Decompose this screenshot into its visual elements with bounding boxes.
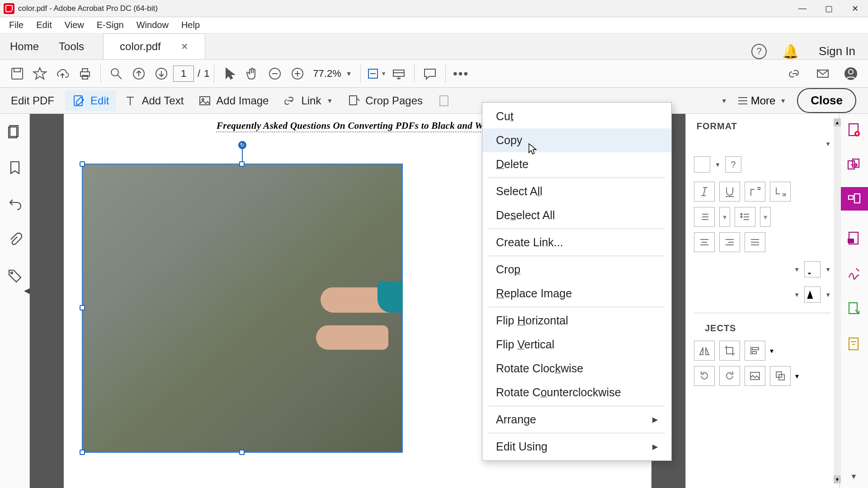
menu-file[interactable]: File — [3, 17, 30, 33]
edit-pdf-rail-icon[interactable] — [840, 187, 868, 211]
undo-icon[interactable] — [7, 196, 23, 211]
align-center-icon[interactable] — [694, 232, 715, 252]
rotate-handle[interactable]: ↻ — [238, 141, 246, 149]
fit-width-icon[interactable]: ▼ — [365, 65, 387, 82]
scrollbar[interactable]: ▲▼ — [834, 118, 841, 483]
flip-h-icon[interactable] — [694, 341, 715, 361]
read-mode-icon[interactable] — [388, 65, 410, 82]
zoom-in-icon[interactable] — [287, 65, 308, 82]
maximize-button[interactable]: ▢ — [816, 0, 842, 17]
menu-window[interactable]: Window — [130, 17, 175, 33]
ctx-rotate-ccw[interactable]: Rotate Counterclockwise — [482, 380, 671, 404]
link-button[interactable]: Link ▼ — [276, 90, 340, 111]
ctx-flip-horizontal[interactable]: Flip Horizontal — [482, 309, 671, 333]
header-footer-button[interactable] — [430, 90, 458, 111]
ctx-rotate-cw[interactable]: Rotate Clockwise — [482, 357, 671, 380]
menu-help[interactable]: Help — [175, 17, 206, 33]
select-tool-icon[interactable] — [219, 65, 241, 82]
edit-button[interactable]: Edit — [65, 90, 116, 111]
crop-object-icon[interactable] — [719, 341, 740, 361]
ctx-delete[interactable]: Delete — [482, 152, 671, 176]
rotate-cw-icon[interactable] — [719, 366, 740, 386]
create-pdf-icon[interactable] — [846, 122, 862, 137]
more-button[interactable]: More ▼ — [738, 94, 787, 107]
ctx-arrange[interactable]: Arrange▶ — [482, 408, 671, 432]
compress-icon[interactable] — [846, 336, 862, 352]
hand-tool-icon[interactable] — [241, 65, 263, 82]
italic-icon[interactable] — [694, 182, 715, 202]
font-size-input[interactable] — [694, 156, 710, 173]
ctx-copy[interactable]: Copy — [482, 128, 671, 152]
ctx-deselect-all[interactable]: Deselect All — [482, 203, 671, 227]
resize-handle[interactable] — [80, 161, 85, 167]
sign-in-button[interactable]: Sign In — [819, 44, 855, 58]
menu-esign[interactable]: E-Sign — [90, 17, 130, 33]
comment-icon[interactable] — [419, 65, 441, 82]
print-icon[interactable] — [74, 65, 96, 82]
add-text-button[interactable]: Add Text — [116, 90, 191, 111]
next-page-icon[interactable] — [151, 65, 172, 82]
rotate-ccw-icon[interactable] — [694, 366, 715, 386]
profile-icon[interactable] — [840, 65, 862, 82]
ctx-replace-image[interactable]: Replace Image — [482, 282, 671, 305]
underline-icon[interactable] — [719, 182, 740, 202]
replace-image-icon[interactable] — [745, 366, 765, 386]
cloud-upload-icon[interactable] — [52, 65, 73, 82]
attachments-icon[interactable] — [7, 232, 23, 248]
chevron-down-icon[interactable]: ▼ — [721, 97, 727, 104]
sign-icon[interactable] — [846, 266, 862, 281]
chevron-down-icon[interactable]: ▾ — [760, 207, 771, 227]
thumbnails-icon[interactable] — [7, 124, 23, 139]
combine-files-icon[interactable] — [846, 157, 862, 173]
line-spacing-icon[interactable] — [804, 261, 821, 277]
tab-file[interactable]: color.pdf ✕ — [103, 33, 205, 59]
resize-handle[interactable] — [80, 450, 85, 455]
export-pdf-icon[interactable] — [846, 230, 862, 246]
close-button[interactable]: Close — [797, 88, 856, 113]
help-format-icon[interactable]: ? — [725, 156, 741, 173]
align-right-icon[interactable] — [719, 232, 740, 252]
add-image-button[interactable]: Add Image — [191, 90, 276, 111]
selected-image[interactable]: ↻ — [82, 164, 403, 453]
prev-page-icon[interactable] — [128, 65, 150, 82]
ctx-edit-using[interactable]: Edit Using▶ — [482, 435, 671, 459]
align-justify-icon[interactable] — [745, 232, 765, 252]
ctx-flip-vertical[interactable]: Flip Vertical — [482, 333, 671, 357]
star-icon[interactable] — [29, 65, 51, 82]
current-page-input[interactable]: 1 — [173, 66, 194, 82]
list-number-icon[interactable] — [735, 207, 755, 227]
align-objects-icon[interactable] — [745, 341, 765, 361]
chevron-down-icon[interactable]: ▾ — [719, 207, 730, 227]
tab-tools[interactable]: Tools — [49, 34, 94, 59]
resize-handle[interactable] — [80, 305, 85, 310]
tags-icon[interactable] — [7, 268, 23, 284]
arrange-icon[interactable] — [770, 366, 791, 386]
tab-close-icon[interactable]: ✕ — [181, 41, 189, 52]
email-icon[interactable] — [812, 65, 834, 82]
notifications-icon[interactable]: 🔔 — [782, 43, 799, 59]
ctx-crop[interactable]: Crop — [482, 258, 671, 282]
search-icon[interactable] — [105, 65, 127, 82]
crop-pages-button[interactable]: Crop Pages — [340, 90, 430, 111]
zoom-out-icon[interactable] — [264, 65, 286, 82]
ctx-select-all[interactable]: Select All — [482, 179, 671, 203]
close-window-button[interactable]: ✕ — [842, 0, 868, 17]
resize-handle[interactable] — [239, 161, 245, 167]
tab-home[interactable]: Home — [0, 34, 49, 59]
char-spacing-icon[interactable] — [804, 286, 821, 303]
save-icon[interactable] — [6, 65, 28, 82]
list-bullet-icon[interactable] — [694, 207, 715, 227]
collapse-left-icon[interactable]: ◀ — [24, 286, 30, 296]
menu-edit[interactable]: Edit — [30, 17, 58, 33]
share-link-icon[interactable] — [784, 65, 806, 82]
ctx-create-link[interactable]: Create Link... — [482, 230, 671, 254]
resize-handle[interactable] — [239, 450, 245, 455]
menu-view[interactable]: View — [58, 17, 90, 33]
subscript-icon[interactable] — [770, 182, 791, 202]
more-tools-icon[interactable]: ••• — [450, 65, 472, 82]
organize-icon[interactable] — [846, 301, 862, 316]
superscript-icon[interactable] — [745, 182, 765, 202]
help-icon[interactable]: ? — [751, 44, 767, 59]
bookmarks-icon[interactable] — [7, 160, 23, 175]
zoom-dropdown[interactable]: 77.2%▼ — [313, 68, 352, 80]
